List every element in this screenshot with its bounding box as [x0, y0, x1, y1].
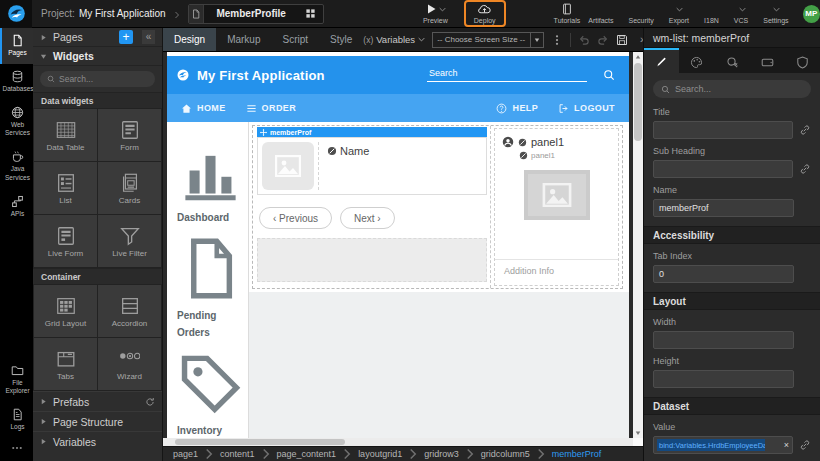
name-field[interactable]: memberProf [653, 199, 794, 217]
breadcrumb-item[interactable]: gridcolumn5 [481, 448, 547, 460]
subheading-field[interactable] [653, 160, 793, 178]
rail-item-apis[interactable]: APIs [0, 189, 33, 225]
preview-button[interactable]: Preview [419, 1, 452, 26]
panel-tab-properties[interactable] [644, 48, 679, 73]
value-field[interactable]: bind:Variables.HrdbEmployeeData.data × [653, 436, 793, 454]
width-field[interactable] [653, 331, 794, 349]
next-button[interactable]: Next › [340, 207, 395, 229]
topbar-action-vcs[interactable]: VCS [730, 1, 752, 26]
rail-item-databases[interactable]: Databases [0, 64, 33, 100]
menu-item-dashboard[interactable]: Dashboard [167, 128, 248, 226]
breadcrumb-item[interactable]: layoutgrid1 [358, 448, 419, 460]
breadcrumb-item[interactable]: page1 [173, 448, 215, 460]
binding-chip[interactable]: bind:Variables.HrdbEmployeeData.data [657, 439, 765, 451]
tab-design[interactable]: Design [163, 28, 216, 51]
nav-item-help[interactable]: HELP [496, 103, 538, 114]
page-grid-button[interactable] [298, 8, 323, 19]
tab-script[interactable]: Script [272, 28, 320, 51]
scrollbar-thumb[interactable] [634, 63, 642, 141]
widget-tile-cards[interactable]: Cards [98, 162, 161, 214]
refresh-icon[interactable] [145, 397, 155, 407]
scroll-up-icon[interactable] [633, 52, 643, 62]
panel-tab-events[interactable] [714, 48, 749, 73]
section-layout[interactable]: Layout [644, 292, 820, 310]
clear-binding-icon[interactable]: × [784, 440, 789, 450]
nav-item-logout[interactable]: LOGOUT [558, 103, 615, 114]
rail-item-web-services[interactable]: Web Services [0, 100, 33, 145]
section-variables[interactable]: Variables [33, 431, 162, 451]
save-icon[interactable] [616, 34, 628, 46]
widget-tile-form[interactable]: Form [98, 109, 161, 161]
topbar-action-i18n[interactable]: I18N [700, 1, 723, 26]
title-field[interactable] [653, 121, 793, 139]
panel-tab-styles[interactable] [679, 48, 714, 73]
breadcrumb-item-active[interactable]: memberProf [552, 449, 602, 459]
panel-tab-device[interactable] [750, 48, 785, 73]
redo-icon[interactable] [597, 34, 609, 46]
undo-icon[interactable] [578, 34, 590, 46]
scroll-down-icon[interactable] [633, 428, 643, 438]
widget-search-input[interactable]: Search... [40, 71, 155, 87]
widget-tile-grid-layout[interactable]: Grid Layout [34, 285, 97, 337]
rail-item-pages[interactable]: Pages [0, 28, 33, 64]
canvas-vertical-scrollbar[interactable] [633, 52, 643, 438]
previous-button[interactable]: ‹ Previous [259, 207, 332, 229]
bind-link-icon[interactable] [799, 163, 811, 175]
tab-markup[interactable]: Markup [216, 28, 271, 51]
list-item[interactable]: Name [257, 137, 487, 195]
app-search-input[interactable]: Search [427, 68, 587, 82]
rail-item-file-explorer[interactable]: File Explorer [0, 358, 33, 403]
variables-button[interactable]: (x) Variables [363, 34, 425, 45]
widget-tile-wizard[interactable]: Wizard [98, 338, 161, 390]
section-prefabs[interactable]: Prefabs [33, 391, 162, 411]
rail-item-logs[interactable]: Logs [0, 402, 33, 438]
gridrow-selection[interactable]: memberProf Name [252, 125, 623, 289]
properties-search-input[interactable]: Search... [653, 80, 811, 98]
brand-logo[interactable] [0, 0, 32, 28]
widget-tile-tabs[interactable]: Tabs [34, 338, 97, 390]
scrollbar-thumb[interactable] [175, 439, 345, 445]
breadcrumb-item[interactable]: content1 [220, 448, 272, 460]
widget-tile-live-form[interactable]: Live Form [34, 215, 97, 267]
rail-item-java-services[interactable]: Java Services [0, 144, 33, 189]
topbar-action-settings[interactable]: Settings [759, 1, 792, 26]
more-menu-icon[interactable] [551, 34, 563, 46]
deploy-button[interactable]: Deploy [464, 0, 506, 27]
menu-item-inventory[interactable]: Inventory [167, 341, 248, 439]
widget-tile-data-table[interactable]: Data Table [34, 109, 97, 161]
panel-header[interactable]: panel1 [502, 136, 611, 148]
add-page-button[interactable]: + [119, 30, 133, 44]
panel-tab-security[interactable] [785, 48, 820, 73]
widget-tile-live-filter[interactable]: Live Filter [98, 215, 161, 267]
topbar-action-artifacts[interactable]: Artifacts [584, 1, 617, 26]
widgets-section-header[interactable]: Widgets [33, 47, 162, 66]
widget-tile-list[interactable]: List [34, 162, 97, 214]
user-avatar[interactable]: MP [803, 5, 820, 23]
widget-tile-accordion[interactable]: Accordion [98, 285, 161, 337]
tabindex-field[interactable]: 0 [653, 265, 794, 283]
topbar-action-export[interactable]: Export [665, 1, 693, 26]
list-widget-header[interactable]: memberProf [257, 127, 487, 137]
bind-link-icon[interactable] [799, 439, 811, 451]
topbar-action-security[interactable]: Security [625, 1, 658, 26]
section-accessibility[interactable]: Accessibility [644, 226, 820, 244]
rail-more-button[interactable] [0, 438, 33, 461]
nav-item-home[interactable]: HOME [181, 103, 226, 114]
list-item-name[interactable]: Name [319, 138, 369, 194]
tab-style[interactable]: Style [319, 28, 363, 51]
tutorials-button[interactable]: Tutorials [550, 1, 585, 26]
panel-widget[interactable]: panel1 panel1 Addition Info [494, 128, 619, 286]
height-field[interactable] [653, 370, 794, 388]
breadcrumb-item[interactable]: gridrow3 [424, 448, 476, 460]
section-page-structure[interactable]: Page Structure [33, 411, 162, 431]
search-icon[interactable] [603, 69, 615, 81]
canvas-horizontal-scrollbar[interactable] [163, 438, 643, 446]
section-dataset[interactable]: Dataset [644, 397, 820, 415]
breadcrumb-item[interactable]: page_content1 [277, 448, 354, 460]
page-selector[interactable]: MemberProfile [188, 4, 324, 24]
screen-size-select[interactable]: -- Choose Screen Size -- [432, 32, 544, 48]
pages-section-header[interactable]: Pages + « [33, 28, 162, 47]
bind-link-icon[interactable] [799, 124, 811, 136]
menu-item-pending-orders[interactable]: Pending Orders [167, 226, 248, 341]
nav-item-order[interactable]: ORDER [246, 103, 297, 114]
